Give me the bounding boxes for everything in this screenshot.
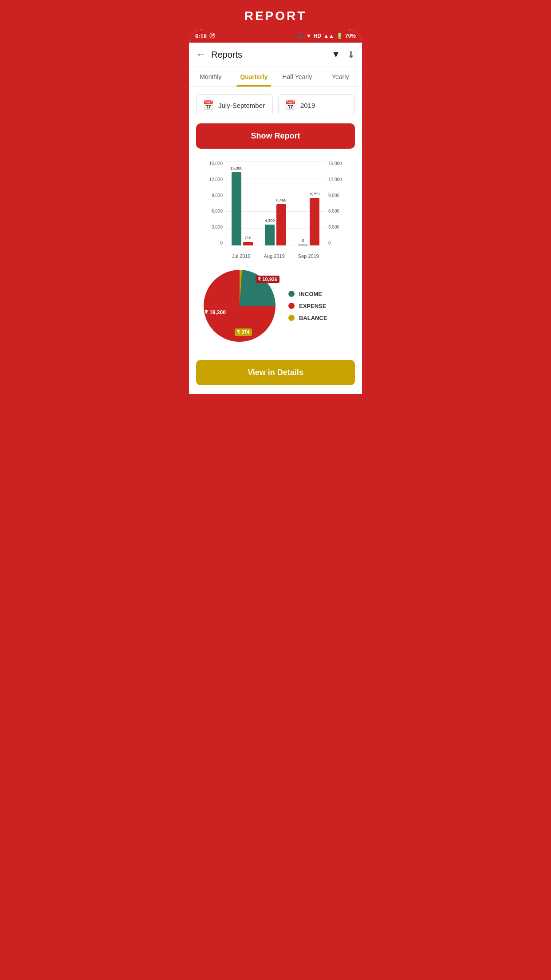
legend-dot-balance: [288, 315, 295, 321]
bar-sep-expense: 9,750: [310, 198, 319, 245]
bar-chart-area: 15,000 12,000 9,000 6,000 3,000 0: [196, 158, 355, 259]
bar-group-jul: 15,000 710: [232, 172, 253, 245]
expense-pie-label: ₹ 18,926: [256, 276, 279, 283]
y-axis-right: 15,000 12,000 9,000 6,000 3,000 0: [327, 161, 348, 245]
legend-balance: BALANCE: [288, 315, 351, 321]
bar-aug-expense: 8,466: [276, 204, 286, 245]
app-bar-title: Reports: [211, 50, 331, 60]
pie-labels: ₹ 19,300 ₹ 18,926 ₹ 374: [200, 266, 279, 346]
balance-pie-label: ₹ 374: [235, 328, 252, 336]
income-pie-label: ₹ 19,300: [205, 309, 226, 316]
year-picker[interactable]: 📅 2019: [278, 94, 355, 116]
back-button[interactable]: ←: [196, 49, 206, 60]
calendar-icon-period: 📅: [203, 100, 214, 111]
show-report-button[interactable]: Show Report: [196, 123, 355, 149]
status-bar: 6:18 Ⓟ 🎧 ▼ HD ▲▲ 🔋 70%: [189, 29, 362, 43]
main-content: 📅 July-September 📅 2019 Show Report 15,0…: [189, 87, 362, 353]
app-bar: ← Reports ▼ ⇓: [189, 43, 362, 67]
x-labels: Jul 2019 Aug 2019 Sep 2019: [225, 253, 326, 259]
battery-icon: 🔋: [336, 33, 343, 39]
status-time: 6:18: [195, 33, 207, 40]
headphone-icon: 🎧: [297, 33, 304, 39]
pie-chart: ₹ 19,300 ₹ 18,926 ₹ 374: [200, 266, 279, 346]
tab-half-yearly[interactable]: Half Yearly: [276, 67, 319, 87]
bar-aug-income: 4,300: [265, 225, 275, 245]
wifi-icon: ▼: [306, 33, 311, 39]
bar-jul-expense: 710: [243, 242, 253, 245]
app-bar-icons: ▼ ⇓: [331, 49, 355, 60]
page-title: REPORT: [244, 0, 307, 29]
status-app-icon: Ⓟ: [209, 32, 215, 40]
tab-yearly[interactable]: Yearly: [319, 67, 362, 87]
tabs-container: Monthly Quarterly Half Yearly Yearly: [189, 67, 362, 87]
pie-section: ₹ 19,300 ₹ 18,926 ₹ 374 INCOME EXPENSE: [196, 266, 355, 346]
hd-icon: HD: [314, 33, 321, 39]
download-icon[interactable]: ⇓: [347, 49, 355, 60]
legend-income: INCOME: [288, 291, 351, 297]
status-left: 6:18 Ⓟ: [195, 32, 215, 40]
bar-group-sep: 0 9,750: [298, 198, 319, 245]
legend-dot-expense: [288, 303, 295, 309]
bar-group-aug: 4,300 8,466: [265, 204, 286, 245]
date-row: 📅 July-September 📅 2019: [196, 94, 355, 116]
view-details-button[interactable]: View in Details: [196, 360, 355, 385]
phone-frame: 6:18 Ⓟ 🎧 ▼ HD ▲▲ 🔋 70% ← Reports ▼ ⇓: [189, 29, 362, 394]
legend-dot-income: [288, 291, 295, 297]
legend-expense: EXPENSE: [288, 303, 351, 309]
tab-quarterly[interactable]: Quarterly: [232, 67, 276, 87]
year-value: 2019: [300, 102, 315, 109]
tab-monthly[interactable]: Monthly: [189, 67, 232, 87]
calendar-icon-year: 📅: [285, 100, 296, 111]
period-value: July-September: [218, 102, 265, 109]
outer-wrapper: REPORT 6:18 Ⓟ 🎧 ▼ HD ▲▲ 🔋 70% ← Reports …: [184, 0, 367, 394]
bars-wrapper: 15,000 710 4,300: [225, 161, 326, 245]
bar-chart: 15,000 12,000 9,000 6,000 3,000 0: [203, 161, 348, 259]
y-axis-left: 15,000 12,000 9,000 6,000 3,000 0: [203, 161, 224, 245]
period-picker[interactable]: 📅 July-September: [196, 94, 273, 116]
filter-icon[interactable]: ▼: [331, 49, 340, 60]
bar-jul-income: 15,000: [232, 172, 241, 245]
battery-percent: 70%: [345, 33, 356, 39]
signal-icon: ▲▲: [323, 33, 334, 39]
bar-sep-income: 0: [298, 245, 308, 245]
bottom-spacer: [189, 385, 362, 394]
status-right: 🎧 ▼ HD ▲▲ 🔋 70%: [297, 33, 356, 39]
pie-legend: INCOME EXPENSE BALANCE: [279, 291, 351, 321]
